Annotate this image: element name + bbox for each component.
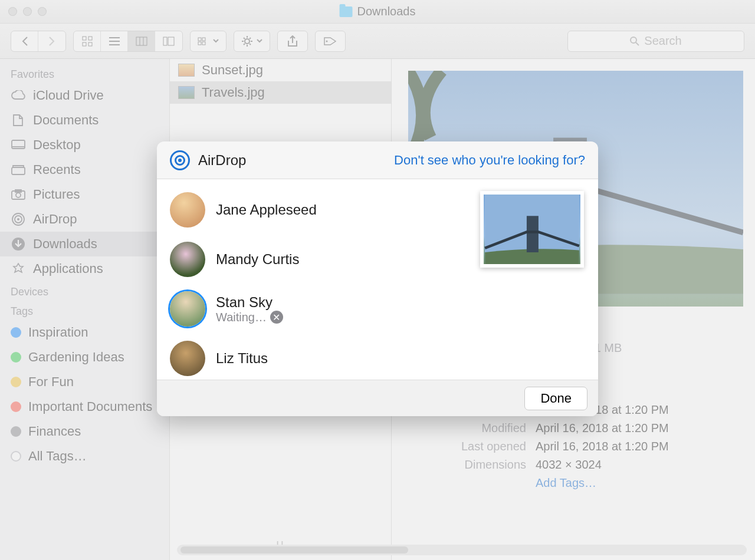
- avatar: [170, 242, 205, 277]
- airdrop-person[interactable]: Mandy Curtis: [157, 235, 480, 284]
- avatar: [170, 291, 205, 327]
- airdrop-person[interactable]: Jane Appleseed: [157, 185, 480, 235]
- people-list: Jane Appleseed Mandy Curtis Stan Sky Wai…: [157, 179, 480, 380]
- sheet-body: Jane Appleseed Mandy Curtis Stan Sky Wai…: [157, 179, 598, 380]
- airdrop-person[interactable]: Liz Titus: [157, 334, 480, 380]
- sheet-help-link[interactable]: Don't see who you're looking for?: [394, 153, 585, 168]
- cancel-send-button[interactable]: ✕: [270, 311, 283, 324]
- avatar: [170, 192, 205, 228]
- person-name: Mandy Curtis: [216, 251, 299, 268]
- person-name: Stan Sky: [216, 294, 283, 311]
- share-preview-thumbnail: [480, 191, 584, 268]
- sheet-header: AirDrop Don't see who you're looking for…: [157, 141, 598, 179]
- done-button[interactable]: Done: [524, 387, 587, 410]
- svg-rect-27: [527, 216, 539, 252]
- sheet-footer: Done: [157, 380, 598, 416]
- airdrop-icon: [170, 150, 190, 170]
- person-status: Waiting…✕: [216, 311, 283, 324]
- person-name: Liz Titus: [216, 350, 268, 367]
- airdrop-person[interactable]: Stan Sky Waiting…✕: [157, 284, 480, 334]
- airdrop-sheet: AirDrop Don't see who you're looking for…: [157, 141, 598, 416]
- sheet-title: AirDrop: [198, 152, 246, 169]
- avatar: [170, 341, 205, 376]
- person-name: Jane Appleseed: [216, 202, 317, 218]
